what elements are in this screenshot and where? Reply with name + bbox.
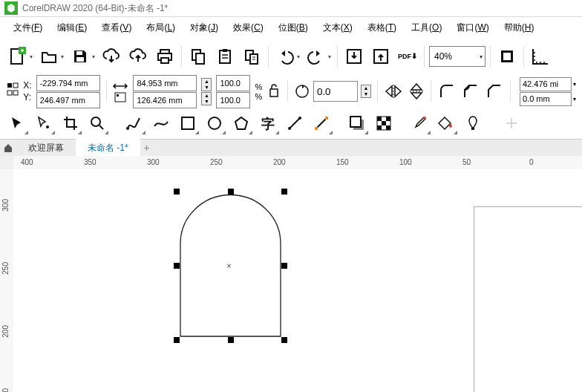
handle-bl[interactable] [174, 337, 180, 343]
handle-tl[interactable] [174, 189, 180, 195]
corner-radius-bottom[interactable]: 0.0 mm [520, 92, 572, 106]
menu-view[interactable]: 查看(V) [94, 19, 139, 36]
shape-tool[interactable] [31, 111, 56, 136]
pdf-button[interactable]: PDF⬇ [396, 45, 419, 68]
crop-tool[interactable] [58, 111, 83, 136]
open-button[interactable] [37, 45, 61, 68]
rotation-input[interactable] [313, 81, 358, 102]
svg-rect-39 [386, 117, 390, 121]
center-marker[interactable]: × [227, 262, 232, 270]
outline-tool[interactable] [460, 111, 485, 136]
connector-tool[interactable] [309, 111, 334, 136]
dimension-tool[interactable] [282, 111, 307, 136]
menu-effect[interactable]: 效果(C) [226, 19, 271, 36]
menu-tools[interactable]: 工具(O) [404, 19, 449, 36]
height-input[interactable] [133, 92, 197, 108]
mirror-v-button[interactable] [408, 81, 425, 102]
add-tool[interactable] [499, 111, 524, 136]
transparency-tool[interactable] [371, 111, 396, 136]
y-input[interactable] [36, 92, 100, 108]
document-tab[interactable]: 未命名 -1* [76, 139, 140, 157]
menu-bitmap[interactable]: 位图(B) [271, 19, 315, 36]
menu-table[interactable]: 表格(T) [360, 19, 404, 36]
rectangle-tool[interactable] [175, 111, 200, 136]
undo-button[interactable] [273, 45, 297, 68]
menu-object[interactable]: 对象(J) [183, 19, 226, 36]
dropshadow-tool[interactable] [344, 111, 370, 136]
height-spinner[interactable]: ▲▼ [201, 92, 212, 105]
handle-mr[interactable] [281, 263, 287, 269]
menu-help[interactable]: 帮助(H) [497, 19, 542, 36]
scaley-input[interactable] [216, 92, 250, 108]
corner-scallop-button[interactable] [461, 81, 480, 102]
export-button[interactable] [369, 45, 393, 68]
ruler-button[interactable] [529, 45, 552, 68]
drawing-canvas[interactable]: × [13, 169, 582, 392]
ruler-origin[interactable] [0, 156, 14, 170]
new-button[interactable] [6, 45, 30, 68]
redo-flyout[interactable]: ▾ [328, 53, 331, 60]
open-flyout[interactable]: ▾ [61, 53, 64, 60]
cloud-up-button[interactable] [126, 45, 150, 68]
paste-button[interactable] [213, 45, 237, 68]
cloud-down-button[interactable] [99, 45, 123, 68]
menu-file[interactable]: 文件(F) [6, 19, 50, 36]
scalex-input[interactable] [216, 75, 250, 91]
width-input[interactable] [133, 75, 197, 91]
property-bar: X:Y: ▲▼ ▲▼ %% ▲▼ 42.476 mi▾ 0.0 mm▾ [0, 75, 582, 108]
lock-ratio-button[interactable] [267, 82, 281, 100]
artistic-media-tool[interactable] [148, 111, 174, 136]
title-bar: CorelDRAW 2020 (64-Bit) - 未命名 -1* [0, 0, 582, 17]
import-button[interactable] [342, 45, 366, 68]
text-tool[interactable]: 字 [255, 111, 281, 136]
add-tab[interactable]: + [140, 142, 154, 154]
mirror-h-button[interactable] [384, 81, 403, 102]
selected-object[interactable]: × [177, 192, 284, 340]
doc-title: 未命名 -1* [128, 2, 169, 15]
handle-tr[interactable] [281, 189, 287, 195]
menu-text[interactable]: 文本(X) [315, 19, 360, 36]
corner-round-button[interactable] [437, 81, 457, 102]
zoom-tool[interactable] [85, 111, 110, 136]
redo-button[interactable] [304, 45, 328, 68]
duplicate-button[interactable] [240, 45, 264, 68]
ellipse-tool[interactable] [202, 111, 227, 136]
rotation-spinner[interactable]: ▲▼ [361, 85, 371, 98]
polygon-tool[interactable] [229, 111, 254, 136]
corner-chamfer-button[interactable] [485, 81, 504, 102]
eyedropper-tool[interactable] [407, 111, 432, 136]
handle-tm[interactable] [228, 189, 234, 195]
width-spinner[interactable]: ▲▼ [201, 78, 212, 91]
new-flyout[interactable]: ▾ [30, 53, 33, 60]
page-boundary [474, 206, 582, 392]
svg-rect-42 [386, 125, 390, 130]
handle-br[interactable] [281, 337, 287, 343]
home-tab[interactable] [0, 140, 16, 156]
ruler-horizontal[interactable]: 400 350 300 250 200 150 100 50 0 [13, 156, 582, 170]
rotate-icon [294, 83, 310, 99]
x-input[interactable] [36, 75, 100, 91]
print-button[interactable] [153, 45, 177, 68]
svg-rect-3 [76, 57, 84, 62]
menu-layout[interactable]: 布局(L) [139, 19, 183, 36]
undo-flyout[interactable]: ▾ [297, 53, 300, 60]
fullscreen-button[interactable] [495, 45, 519, 68]
corner-radius-top[interactable]: 42.476 mi [520, 77, 572, 91]
svg-rect-44 [471, 128, 474, 130]
fill-tool[interactable] [434, 111, 459, 136]
welcome-tab[interactable]: 欢迎屏幕 [16, 140, 76, 156]
handle-ml[interactable] [174, 263, 180, 269]
svg-rect-18 [13, 83, 18, 88]
handle-bm[interactable] [228, 337, 234, 343]
zoom-input[interactable]: ▾ [429, 46, 485, 67]
ruler-vertical[interactable]: 300 250 200 150 [0, 169, 14, 392]
copy-button[interactable] [186, 45, 210, 68]
menu-edit[interactable]: 编辑(E) [50, 19, 94, 36]
canvas-area: 400 350 300 250 200 150 100 50 0 300 250… [0, 156, 582, 392]
svg-rect-22 [117, 94, 119, 97]
menu-window[interactable]: 窗口(W) [449, 19, 496, 36]
save-flyout[interactable]: ▾ [92, 53, 95, 60]
freehand-tool[interactable] [122, 111, 147, 136]
save-button[interactable] [68, 45, 92, 68]
pick-tool[interactable] [4, 111, 30, 136]
